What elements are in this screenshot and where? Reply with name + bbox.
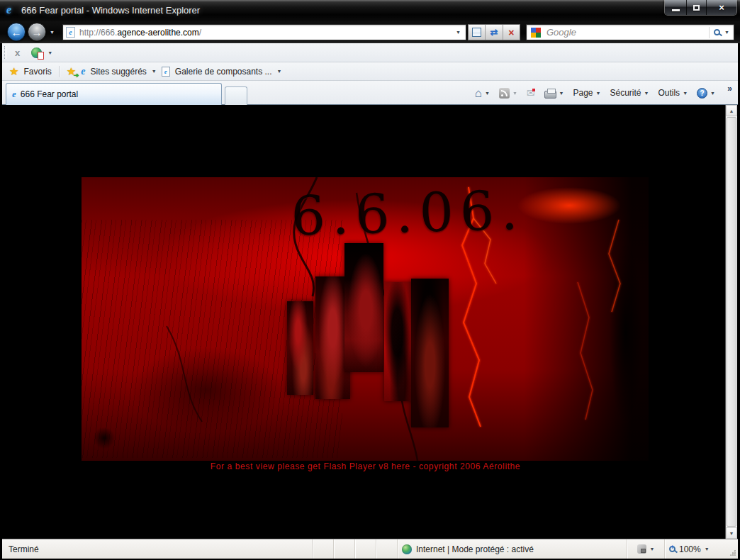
address-bar[interactable]: e http://666.agence-aerolithe.com/ ▼	[62, 24, 466, 40]
refresh-button[interactable]: ⇄	[486, 25, 503, 40]
photo-strip-4	[384, 282, 413, 401]
forward-button[interactable]: →	[28, 23, 46, 41]
zoom-level: 100%	[679, 544, 701, 554]
photo-strip-3	[344, 243, 383, 372]
search-placeholder[interactable]: Google	[546, 27, 705, 38]
compatibility-view-button[interactable]	[469, 25, 486, 40]
addon-toolbar: x ▼	[2, 43, 738, 62]
divider	[59, 66, 60, 77]
page-favicon: e	[66, 27, 75, 38]
suggested-sites-dropdown[interactable]: ▼	[152, 69, 157, 74]
rss-icon	[499, 88, 510, 99]
mail-icon: ✉	[527, 88, 535, 98]
status-cell	[376, 539, 397, 559]
home-icon: ⌂	[475, 87, 482, 99]
zone-text: Internet | Mode protégé : activé	[416, 544, 534, 554]
close-toolbar-icon[interactable]: x	[15, 47, 20, 58]
tools-menu-dropdown: ▼	[683, 91, 688, 96]
webpage-666-fear-portal: 6.6.06. For a best view please get Flash…	[6, 105, 725, 539]
privacy-filter-icon	[637, 544, 646, 554]
navigation-bar: ← → ▼ e http://666.agence-aerolithe.com/…	[0, 21, 740, 43]
toolbar-grip[interactable]	[4, 46, 6, 59]
command-bar: ⌂▼ ▼ ✉ ▼ Page▼ Sécurité▼ Outils▼ ?▼	[472, 82, 718, 103]
internet-zone-icon	[402, 544, 412, 554]
photo-strip-1	[287, 301, 313, 395]
status-bar: Terminé Internet | Mode protégé : activé…	[2, 539, 738, 559]
add-to-favorites-bar-icon[interactable]: ★	[67, 65, 76, 78]
home-dropdown[interactable]: ▼	[485, 91, 490, 96]
print-button[interactable]: ▼	[542, 86, 567, 101]
security-menu[interactable]: Sécurité▼	[607, 86, 651, 100]
scroll-down-button[interactable]: ▼	[726, 527, 737, 539]
security-zone[interactable]: Internet | Mode protégé : activé	[397, 539, 627, 559]
help-icon: ?	[697, 88, 707, 99]
suggested-sites-icon: e	[81, 66, 85, 77]
status-message: Terminé	[2, 539, 312, 559]
favorites-button[interactable]: Favoris	[23, 67, 51, 77]
new-tab-button[interactable]	[225, 86, 247, 105]
pdf-convert-icon[interactable]	[31, 47, 42, 58]
tab-favicon-icon: e	[12, 89, 16, 100]
vertical-scrollbar[interactable]: ▲ ▼	[725, 105, 737, 539]
home-button[interactable]: ⌂▼	[472, 85, 493, 101]
web-slice-gallery-dropdown[interactable]: ▼	[277, 69, 282, 74]
feeds-dropdown[interactable]: ▼	[512, 91, 517, 96]
print-dropdown[interactable]: ▼	[559, 91, 564, 96]
browser-viewport: 6.6.06. For a best view please get Flash…	[6, 105, 737, 539]
minimize-button[interactable]	[665, 0, 686, 15]
ie-logo-icon: e	[6, 4, 11, 16]
search-separator	[709, 27, 710, 38]
tools-menu[interactable]: Outils▼	[655, 86, 690, 100]
status-cell	[354, 539, 376, 559]
stop-button[interactable]: ×	[503, 25, 520, 40]
address-dropdown-icon[interactable]: ▼	[454, 30, 463, 35]
url-text[interactable]: http://666.agence-aerolithe.com/	[79, 28, 454, 38]
blood-grunge-artwork: 6.6.06.	[82, 177, 649, 461]
help-dropdown[interactable]: ▼	[710, 91, 715, 96]
photo-strip-5	[411, 279, 449, 427]
tab-bar: e 666 Fear portal ⌂▼ ▼ ✉ ▼ Page▼ Sécurit…	[2, 81, 738, 105]
zoom-dropdown[interactable]: ▼	[705, 547, 710, 551]
status-cell	[312, 539, 333, 559]
search-box[interactable]: Google ▼	[526, 24, 734, 40]
title-bar: e 666 Fear portal - Windows Internet Exp…	[0, 0, 740, 21]
close-icon: ×	[719, 3, 724, 12]
web-slice-gallery-icon: e	[162, 67, 170, 77]
flash-player-caption[interactable]: For a best view please get Flash Player …	[6, 461, 725, 471]
restore-button[interactable]	[686, 0, 706, 15]
read-mail-button[interactable]: ✉	[524, 86, 538, 100]
status-cell	[333, 539, 354, 559]
privacy-filter-dropdown[interactable]: ▼	[650, 547, 655, 551]
web-slice-gallery-button[interactable]: Galerie de composants ...	[175, 67, 272, 77]
toolbar-overflow-chevron-icon[interactable]: »	[727, 84, 732, 94]
tab-666-fear-portal[interactable]: e 666 Fear portal	[6, 83, 222, 105]
privacy-filter-control[interactable]: ▼	[627, 539, 664, 559]
recent-pages-dropdown[interactable]: ▼	[50, 30, 55, 35]
stop-icon: ×	[508, 27, 514, 38]
window-controls: ×	[664, 0, 737, 16]
ie-favicon-icon: e	[69, 28, 72, 36]
page-menu-dropdown: ▼	[596, 91, 601, 96]
address-buttons: ⇄ ×	[468, 24, 520, 40]
google-icon	[531, 28, 541, 38]
resize-grip[interactable]	[725, 539, 738, 559]
tab-title: 666 Fear portal	[21, 89, 78, 99]
suggested-sites-button[interactable]: Sites suggérés	[90, 67, 146, 77]
print-icon	[544, 91, 556, 99]
feeds-button[interactable]: ▼	[496, 86, 520, 101]
favorites-bar: ★ Favoris ★ e Sites suggérés ▼ e Galerie…	[2, 62, 738, 81]
scrollbar-thumb[interactable]	[727, 117, 736, 527]
scroll-up-button[interactable]: ▲	[726, 105, 737, 116]
pdf-toolbar-dropdown[interactable]: ▼	[47, 50, 52, 55]
security-menu-dropdown: ▼	[644, 91, 649, 96]
favorites-star-icon: ★	[9, 65, 18, 78]
close-button[interactable]: ×	[706, 0, 736, 15]
zoom-control[interactable]: 100% ▼	[664, 539, 725, 559]
zoom-icon	[669, 546, 675, 552]
help-button[interactable]: ?▼	[694, 86, 718, 101]
search-options-dropdown[interactable]: ▼	[724, 30, 729, 35]
back-button[interactable]: ←	[7, 23, 26, 41]
search-icon[interactable]	[714, 29, 720, 35]
refresh-icon: ⇄	[490, 27, 498, 38]
page-menu[interactable]: Page▼	[571, 86, 604, 100]
